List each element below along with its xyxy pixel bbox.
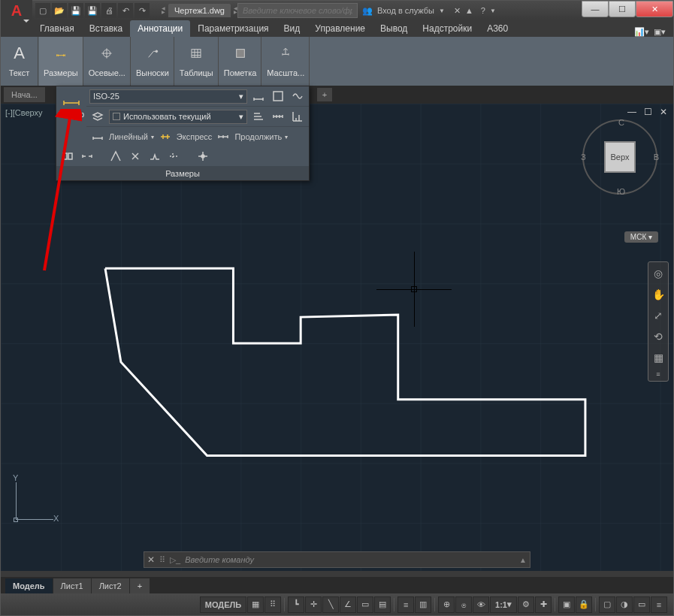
qat-plot-icon[interactable]: 🖨 (101, 3, 116, 18)
dim-space-icon[interactable] (79, 149, 95, 164)
tab-view[interactable]: Вид (277, 20, 308, 37)
qat-saveas-icon[interactable]: 💾 (85, 3, 100, 18)
tab-home[interactable]: Главная (32, 20, 82, 37)
cmdline-history-icon[interactable]: ▲ (519, 556, 527, 564)
dim-quick-label[interactable]: Экспресс (177, 132, 213, 141)
status-customize-icon[interactable]: ≡ (651, 596, 667, 613)
status-lineweight-icon[interactable]: ≡ (397, 596, 414, 613)
tab-annotate[interactable]: Аннотации (130, 20, 190, 37)
dim-oblique-icon[interactable] (166, 149, 183, 164)
viewcube[interactable]: Верх С Ю В З (579, 116, 661, 198)
status-modelspace-button[interactable]: МОДЕЛЬ (200, 596, 246, 613)
help-icon[interactable]: ? (481, 6, 485, 15)
tab-output[interactable]: Вывод (373, 20, 415, 37)
cmdline-close-icon[interactable]: ✕ (147, 554, 155, 565)
dim-tolerance-icon[interactable] (107, 149, 124, 164)
close-button[interactable]: ✕ (636, 1, 673, 17)
signin-area[interactable]: 👥 Вход в службы ▼ ✕ ▲ ? ▼ (362, 6, 496, 16)
status-scale-button[interactable]: 1:1 ▾ (490, 596, 517, 613)
tab-manage[interactable]: Управление (307, 20, 373, 37)
qat-open-icon[interactable]: 📂 (52, 3, 67, 18)
dim-update-icon[interactable] (250, 89, 267, 104)
status-cleanscreen-icon[interactable]: ▭ (633, 596, 650, 613)
a360-icon[interactable]: ▲ (465, 6, 473, 15)
nav-zoom-icon[interactable]: ⤢ (650, 307, 666, 324)
app-menu-button[interactable]: A (1, 0, 32, 26)
status-units-icon[interactable]: ✚ (535, 596, 552, 613)
dim-center-icon[interactable] (127, 149, 144, 164)
ribbon-panel-leaders[interactable]: Выноски (131, 37, 174, 86)
dim-layer-dropdown[interactable]: Использовать текущий▾ (109, 110, 247, 124)
dim-jog-icon[interactable] (147, 149, 163, 164)
dim-chain-icon[interactable] (270, 109, 286, 124)
search-input[interactable] (237, 3, 358, 18)
dim-style-dropdown[interactable]: ISO-25▾ (89, 89, 247, 104)
nav-fullnav-icon[interactable]: ◎ (650, 265, 666, 282)
status-grid-icon[interactable]: ▦ (247, 596, 264, 613)
tab-a360[interactable]: A360 (479, 20, 515, 37)
status-transparency-icon[interactable]: ▥ (415, 596, 431, 613)
ribbon-panel-tables[interactable]: Таблицы (175, 37, 219, 86)
tab-tools-icon[interactable]: 📊▾ (634, 27, 649, 37)
status-workspace-icon[interactable]: ⚙ (518, 596, 534, 613)
dim-override-icon[interactable] (270, 89, 286, 104)
status-isolate-icon[interactable]: ◑ (616, 596, 633, 613)
new-file-tab-button[interactable]: + (317, 88, 332, 101)
qat-undo-icon[interactable]: ↶ (118, 3, 133, 18)
status-isodraft-icon[interactable]: ╲ (322, 596, 339, 613)
status-ortho-icon[interactable]: ┗ (288, 596, 304, 613)
dim-break-icon[interactable] (59, 149, 76, 164)
tab-parametric[interactable]: Параметризация (190, 20, 276, 37)
dim-continue-label[interactable]: Продолжить (234, 132, 282, 141)
dim-reassoc-icon[interactable] (195, 149, 211, 164)
status-annomonitor-icon[interactable]: ⊕ (438, 596, 455, 613)
ribbon-panel-scale[interactable]: Масшта... (262, 37, 310, 86)
ribbon-minimize-icon[interactable]: ▣▾ (654, 27, 666, 37)
start-tab[interactable]: Нача... (4, 87, 45, 102)
ribbon-panel-text[interactable]: A Текст (1, 37, 38, 86)
status-quickprops-icon[interactable]: ▣ (558, 596, 575, 613)
dim-linear-icon[interactable] (89, 129, 106, 144)
status-lockui-icon[interactable]: 🔒 (576, 596, 592, 613)
qat-redo-icon[interactable]: ↷ (134, 3, 150, 18)
cmdline-handle-icon[interactable]: ⠿ (159, 555, 165, 565)
nav-pan-icon[interactable]: ✋ (650, 286, 666, 303)
layout-tab-sheet2[interactable]: Лист2 (92, 578, 129, 593)
qat-save-icon[interactable]: 💾 (68, 3, 83, 18)
maximize-button[interactable]: ☐ (609, 1, 636, 17)
qat-new-icon[interactable]: ▢ (35, 3, 50, 18)
status-annoscale-icon[interactable]: ⍟ (455, 596, 472, 613)
tab-insert[interactable]: Вставка (82, 20, 131, 37)
command-line[interactable]: ✕ ⠿ ▷_ Введите команду ▲ (144, 551, 530, 568)
status-polar-icon[interactable]: ✛ (305, 596, 322, 613)
tab-addins[interactable]: Надстройки (415, 20, 479, 37)
document-title-tab[interactable]: Чертеж1.dwg (168, 4, 231, 17)
dim-inspect-icon[interactable] (289, 89, 306, 104)
layout-tab-sheet1[interactable]: Лист1 (53, 578, 91, 593)
status-snapmode-icon[interactable]: ⠿ (264, 596, 281, 613)
viewcube-top-face[interactable]: Верх (604, 141, 636, 173)
command-input[interactable]: Введите команду (185, 555, 515, 564)
dim-smart-icon[interactable] (61, 91, 82, 109)
exchange-icon[interactable]: ✕ (454, 6, 461, 16)
status-hardwareaccel-icon[interactable]: ▢ (599, 596, 615, 613)
layout-tab-add[interactable]: + (130, 578, 150, 593)
status-otrack-icon[interactable]: ▤ (374, 596, 391, 613)
nav-expand-icon[interactable]: ≡ (650, 370, 666, 378)
ribbon-panel-markup[interactable]: Пометка (219, 37, 262, 86)
doc-tab-arrows-icon[interactable]: ◀▶ (162, 7, 165, 14)
status-osnap-icon[interactable]: ∠ (340, 596, 356, 613)
dim-ordinate-icon[interactable] (289, 109, 306, 124)
ribbon-panel-dimensions[interactable]: Размеры (39, 37, 83, 86)
ribbon-panel-centerlines[interactable]: Осевые... (84, 37, 131, 86)
dim-baseline-icon[interactable] (250, 109, 267, 124)
status-annovisibility-icon[interactable]: 👁 (473, 596, 489, 613)
wcs-badge[interactable]: МСК ▾ (624, 231, 658, 243)
minimize-button[interactable]: — (582, 1, 609, 17)
ucs-icon[interactable]: X Y (10, 473, 62, 526)
layout-tab-model[interactable]: Модель (5, 578, 53, 593)
nav-showmotion-icon[interactable]: ▦ (650, 349, 666, 366)
dim-quick-icon[interactable] (157, 129, 174, 144)
dim-linear-label[interactable]: Линейный (109, 132, 148, 141)
nav-orbit-icon[interactable]: ⟲ (650, 328, 666, 345)
